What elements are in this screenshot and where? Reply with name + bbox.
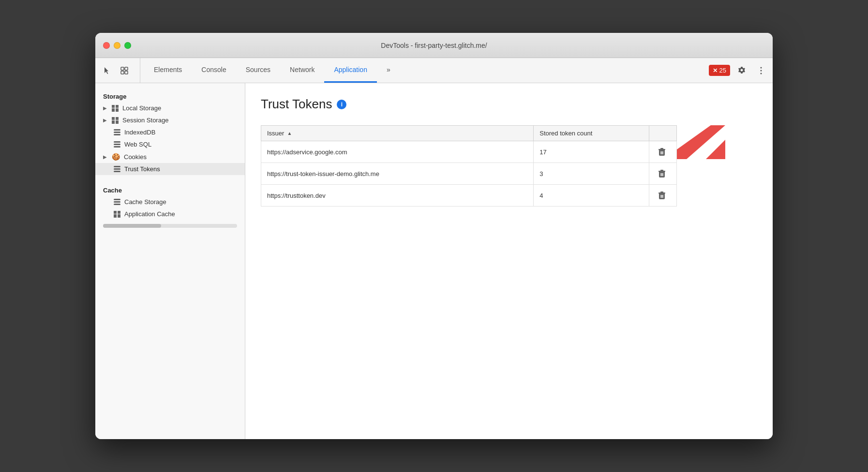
sidebar-item-local-storage[interactable]: ▶ Local Storage [95,102,245,114]
maximize-button[interactable] [124,42,131,49]
col-issuer-header[interactable]: Issuer ▲ [261,126,534,141]
traffic-lights [103,42,131,49]
error-badge[interactable]: ✕ 25 [709,65,730,76]
cache-storage-icon [114,199,120,206]
trust-tokens-table: Issuer ▲ Stored token count [261,125,677,206]
tab-elements[interactable]: Elements [144,58,192,83]
col-token-count-header[interactable]: Stored token count [534,126,649,141]
svg-point-4 [761,67,762,68]
tab-network[interactable]: Network [280,58,324,83]
action-cell [649,185,676,206]
delete-button[interactable] [655,189,669,202]
tab-sources[interactable]: Sources [236,58,280,83]
action-cell [649,141,676,163]
arrow-icon: ▶ [103,154,108,160]
devtools-window: DevTools - first-party-test.glitch.me/ E… [95,33,773,439]
issuer-cell: https://trusttoken.dev [261,185,534,206]
cursor-icon[interactable] [99,63,115,78]
application-cache-icon [114,211,120,218]
arrow-icon: ▶ [103,105,108,111]
info-icon[interactable]: i [337,100,346,109]
sidebar-item-session-storage[interactable]: ▶ Session Storage [95,114,245,126]
delete-button[interactable] [655,167,669,180]
scrollbar-thumb[interactable] [103,224,161,228]
table-row: https://adservice.google.com 17 [261,141,677,163]
toolbar-icons [99,58,140,83]
col-actions-header [649,126,676,141]
svg-rect-12 [660,170,663,171]
arrow-icon: ▶ [103,118,108,123]
token-count-cell: 4 [534,185,649,206]
toolbar: Elements Console Sources Network Applica… [95,58,773,83]
token-count-cell: 3 [534,163,649,185]
token-count-cell: 17 [534,141,649,163]
tab-console[interactable]: Console [192,58,236,83]
sidebar-item-cache-storage[interactable]: Cache Storage [95,196,245,208]
sidebar-item-trust-tokens[interactable]: Trust Tokens [95,163,245,175]
trust-tokens-icon [114,166,120,173]
more-options-icon[interactable] [753,63,769,78]
arrow-annotation [677,120,725,166]
svg-rect-3 [125,71,128,74]
svg-rect-2 [121,71,124,74]
indexeddb-icon [114,129,120,136]
svg-point-5 [761,70,762,71]
error-icon: ✕ [713,67,718,74]
page-title: Trust Tokens [261,97,332,112]
window-title: DevTools - first-party-test.glitch.me/ [381,42,487,49]
svg-rect-14 [660,192,663,193]
issuer-cell: https://trust-token-issuer-demo.glitch.m… [261,163,534,185]
main-inner: Trust Tokens i [245,83,773,222]
scrollbar[interactable] [103,224,237,228]
cache-section-title: Cache [95,183,245,196]
settings-icon[interactable] [734,63,749,78]
tab-more[interactable]: » [377,58,400,83]
sidebar: Storage ▶ Local Storage ▶ Session Storag… [95,83,245,439]
sidebar-item-cookies[interactable]: ▶ 🍪 Cookies [95,150,245,163]
titlebar: DevTools - first-party-test.glitch.me/ [95,33,773,58]
content-area: Storage ▶ Local Storage ▶ Session Storag… [95,83,773,439]
sidebar-item-application-cache[interactable]: Application Cache [95,208,245,220]
sort-icon: ▲ [287,131,292,136]
table-row: https://trusttoken.dev 4 [261,185,677,206]
toolbar-right: ✕ 25 [705,58,769,83]
inspect-icon[interactable] [117,63,132,78]
delete-button[interactable] [655,145,669,159]
minimize-button[interactable] [114,42,120,49]
sidebar-item-web-sql[interactable]: Web SQL [95,138,245,150]
svg-point-6 [761,73,762,74]
sidebar-item-indexeddb[interactable]: IndexedDB [95,126,245,138]
scrollbar-area [95,220,245,228]
svg-rect-10 [660,148,663,149]
issuer-cell: https://adservice.google.com [261,141,534,163]
table-row: https://trust-token-issuer-demo.glitch.m… [261,163,677,185]
tabs: Elements Console Sources Network Applica… [144,58,705,83]
tab-application[interactable]: Application [324,58,377,83]
svg-marker-8 [706,140,725,159]
web-sql-icon [114,141,120,148]
table-wrapper: Issuer ▲ Stored token count [261,125,677,206]
local-storage-icon [112,105,119,112]
action-cell [649,163,676,185]
session-storage-icon [112,117,119,124]
main-content: Trust Tokens i [245,83,773,439]
svg-rect-0 [121,67,124,70]
svg-marker-7 [677,125,725,159]
cookies-icon: 🍪 [112,153,120,161]
storage-section-title: Storage [95,89,245,102]
close-button[interactable] [103,42,110,49]
svg-rect-1 [125,67,128,70]
page-title-row: Trust Tokens i [261,97,757,112]
